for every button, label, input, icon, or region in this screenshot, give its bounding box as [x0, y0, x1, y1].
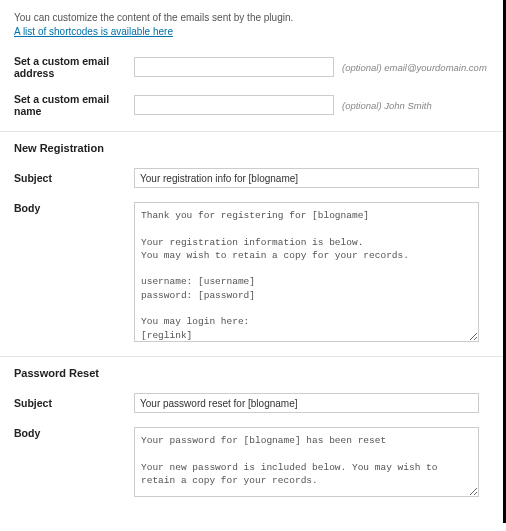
custom-email-name-hint: (optional) John Smith: [342, 100, 432, 111]
reset-body-label: Body: [14, 427, 134, 439]
new-registration-heading: New Registration: [14, 142, 489, 154]
registration-subject-label: Subject: [14, 172, 134, 184]
divider: [0, 356, 503, 357]
custom-email-address-label: Set a custom email address: [14, 55, 134, 79]
intro-text: You can customize the content of the ema…: [14, 12, 489, 23]
custom-email-name-label: Set a custom email name: [14, 93, 134, 117]
reset-subject-input[interactable]: [134, 393, 479, 413]
reset-subject-label: Subject: [14, 397, 134, 409]
custom-email-address-hint: (optional) email@yourdomain.com: [342, 62, 487, 73]
custom-email-name-input[interactable]: [134, 95, 334, 115]
registration-subject-row: Subject: [14, 168, 489, 188]
custom-email-name-row: Set a custom email name (optional) John …: [14, 93, 489, 117]
shortcodes-link[interactable]: A list of shortcodes is available here: [14, 26, 173, 37]
password-reset-heading: Password Reset: [14, 367, 489, 379]
divider: [0, 131, 503, 132]
custom-email-address-input[interactable]: [134, 57, 334, 77]
reset-body-row: Body: [14, 427, 489, 497]
reset-body-textarea[interactable]: [134, 427, 479, 497]
custom-email-address-row: Set a custom email address (optional) em…: [14, 55, 489, 79]
registration-body-label: Body: [14, 202, 134, 214]
registration-subject-input[interactable]: [134, 168, 479, 188]
reset-subject-row: Subject: [14, 393, 489, 413]
registration-body-row: Body: [14, 202, 489, 342]
registration-body-textarea[interactable]: [134, 202, 479, 342]
